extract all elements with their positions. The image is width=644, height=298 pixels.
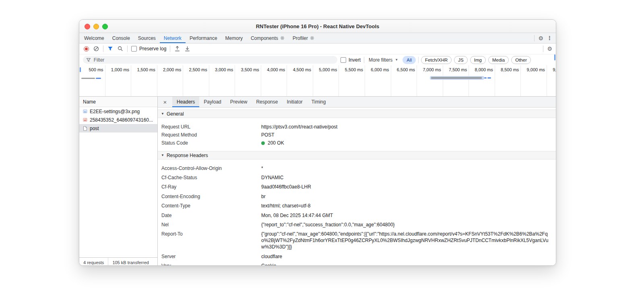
clear-icon[interactable] <box>93 46 99 52</box>
timeline-tick: 2,000 ms <box>157 65 184 96</box>
section-header-general[interactable]: ▼General <box>158 110 556 118</box>
settings-gear-icon[interactable]: ⚙ <box>538 35 543 41</box>
document-file-icon <box>83 126 87 131</box>
filter-funnel-small-icon <box>87 58 91 62</box>
overview-left-handle[interactable] <box>80 67 81 72</box>
section-general: ▼GeneralRequest URLhttps://ptsv3.com/t/r… <box>158 110 556 151</box>
disclosure-triangle-icon: ▼ <box>161 112 164 116</box>
preserve-log-control[interactable]: Preserve log <box>131 46 166 52</box>
tab-label: Components <box>251 35 278 41</box>
close-window-button[interactable] <box>85 24 90 29</box>
status-ok-dot-icon <box>261 141 265 145</box>
filter-input-wrap[interactable] <box>83 56 337 64</box>
request-name: post <box>90 126 99 131</box>
request-name: E2EE-settings@3x.png <box>90 109 140 114</box>
header-row-status-code: Status Code200 OK <box>158 139 556 147</box>
details-tab-initiator[interactable]: Initiator <box>282 97 307 107</box>
close-details-icon[interactable]: × <box>158 97 172 107</box>
import-har-icon[interactable] <box>174 46 180 52</box>
minimize-window-button[interactable] <box>93 24 99 29</box>
filter-pill-other[interactable]: Other <box>511 56 531 64</box>
tab-console[interactable]: Console <box>108 33 134 43</box>
request-details-panel: × HeadersPayloadPreviewResponseInitiator… <box>158 97 556 266</box>
more-options-kebab-icon[interactable]: ⋮ <box>547 35 552 41</box>
header-row-date: DateMon, 08 Dec 2025 14:47:44 GMT <box>158 211 556 220</box>
toolbar-separator <box>543 46 543 52</box>
tab-label: Profiler <box>293 35 308 41</box>
requests-count: 4 requests <box>79 258 108 266</box>
header-name: Nel <box>161 221 261 228</box>
details-tab-timing[interactable]: Timing <box>307 97 330 107</box>
filter-pill-all[interactable]: All <box>402 56 416 64</box>
header-value: 9aad0f46ffbc0ae8-LHR <box>261 184 553 190</box>
details-tab-payload[interactable]: Payload <box>199 97 225 107</box>
header-name: Request Method <box>161 132 261 138</box>
details-tab-preview[interactable]: Preview <box>226 97 252 107</box>
filter-input[interactable] <box>93 57 334 63</box>
tab-network[interactable]: Network <box>160 33 186 43</box>
header-name: Content-Encoding <box>161 193 261 200</box>
fullscreen-window-button[interactable] <box>102 24 108 29</box>
tab-components[interactable]: Components <box>247 33 289 43</box>
pill-separator <box>418 57 419 63</box>
devtools-tabbar: WelcomeConsoleSourcesNetworkPerformanceM… <box>79 33 556 43</box>
section-header-response-headers[interactable]: ▼Response Headers <box>158 151 556 159</box>
tab-label: Memory <box>225 35 243 41</box>
document-icon <box>83 126 87 131</box>
details-tab-headers[interactable]: Headers <box>172 97 199 107</box>
header-name: Cf-Ray <box>161 184 261 190</box>
request-row-258435352-648609743160[interactable]: 258435352_648609743160... <box>79 116 157 124</box>
header-row-server: Servercloudflare <box>158 252 556 261</box>
header-value: text/html; charset=utf-8 <box>261 203 553 209</box>
header-value: br <box>261 193 553 200</box>
tab-memory[interactable]: Memory <box>221 33 247 43</box>
resource-type-pills: AllFetch/XHRJSImgMediaOther <box>402 56 531 64</box>
filter-pill-media[interactable]: Media <box>488 56 509 64</box>
toolbar-separator <box>170 46 170 52</box>
tab-profiler[interactable]: Profiler <box>289 33 318 43</box>
header-value: Cookie <box>261 263 553 266</box>
image-red-icon <box>83 118 87 122</box>
scrollbar-thumb[interactable] <box>554 54 555 60</box>
toolbar-separator <box>127 46 128 52</box>
filter-pill-img[interactable]: Img <box>470 56 486 64</box>
main-tabs: WelcomeConsoleSourcesNetworkPerformanceM… <box>79 33 318 43</box>
filter-funnel-icon[interactable] <box>107 46 114 52</box>
toolbar-separator <box>534 35 535 41</box>
header-row-content-type: Content-Typetext/html; charset=utf-8 <box>158 201 556 211</box>
header-name: Server <box>161 253 261 260</box>
header-value: https://ptsv3.com/t/react-native/post <box>261 124 553 130</box>
export-har-icon[interactable] <box>184 46 190 52</box>
preserve-log-checkbox[interactable] <box>131 46 137 52</box>
network-filter-row: Invert More filters ▼ AllFetch/XHRJSImgM… <box>79 54 556 65</box>
timeline-tick: 4,500 ms <box>287 65 313 96</box>
tab-performance[interactable]: Performance <box>186 33 221 43</box>
image-file-icon <box>83 109 87 114</box>
header-row-vary: VaryCookie <box>158 261 556 266</box>
network-overview-timeline[interactable]: 500 ms1,000 ms1,500 ms2,000 ms2,500 ms3,… <box>79 65 556 97</box>
request-row-post[interactable]: post <box>79 124 157 132</box>
search-icon[interactable] <box>117 46 124 52</box>
header-row-request-method: Request MethodPOST <box>158 131 556 139</box>
tab-welcome[interactable]: Welcome <box>80 33 108 43</box>
filter-pill-fetch-xhr[interactable]: Fetch/XHR <box>421 56 452 64</box>
details-tab-response[interactable]: Response <box>252 97 282 107</box>
name-column-header[interactable]: Name <box>79 97 157 107</box>
header-name: Access-Control-Allow-Origin <box>161 165 261 172</box>
window-titlebar[interactable]: RNTester (iPhone 16 Pro) - React Native … <box>79 20 556 33</box>
timeline-tick: 7,500 ms <box>443 65 469 96</box>
network-settings-gear-icon[interactable]: ⚙ <box>547 46 552 52</box>
record-stop-icon[interactable] <box>83 46 89 52</box>
header-name: Status Code <box>161 140 261 146</box>
filter-pill-js[interactable]: JS <box>454 56 467 64</box>
timeline-tick: 8,500 ms <box>495 65 521 96</box>
timeline-tick: 3,000 ms <box>209 65 235 96</box>
invert-control[interactable]: Invert <box>341 57 361 63</box>
more-filters-button[interactable]: More filters ▼ <box>367 57 399 63</box>
request-row-e2ee-settings-3x-png[interactable]: E2EE-settings@3x.png <box>79 107 157 116</box>
tab-sources[interactable]: Sources <box>134 33 160 43</box>
header-row-content-encoding: Content-Encodingbr <box>158 192 556 201</box>
invert-label: Invert <box>349 57 361 63</box>
details-tabs: HeadersPayloadPreviewResponseInitiatorTi… <box>172 97 330 107</box>
invert-checkbox[interactable] <box>341 57 346 63</box>
